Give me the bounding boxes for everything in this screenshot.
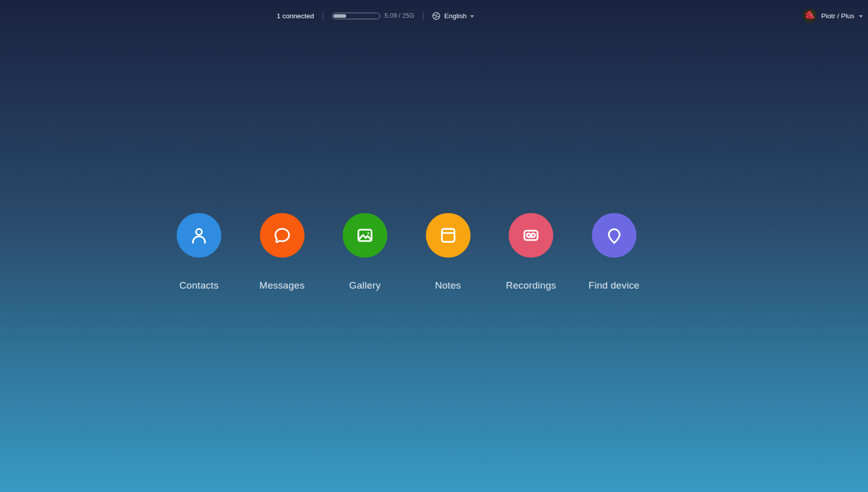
language-selector[interactable]: English [432,12,474,20]
connected-status: 1 connected [277,12,314,20]
storage-progress-bar[interactable] [332,13,380,19]
globe-icon [432,12,441,20]
find-device-icon [592,213,637,258]
recordings-icon [509,213,553,258]
app-label: Messages [259,280,305,291]
app-grid: Contacts Messages Gallery [177,213,637,291]
top-bar: 1 connected 5.09 / 25G English [0,0,868,31]
cloud-home-page: 1 connected 5.09 / 25G English [0,0,868,492]
app-messages[interactable]: Messages [260,213,305,291]
status-group: 1 connected 5.09 / 25G English [277,0,474,31]
storage-usage-text: 5.09 / 25G [385,12,414,19]
app-contacts[interactable]: Contacts [177,213,221,291]
app-label: Find device [588,280,639,291]
notes-icon [426,213,471,258]
app-find-device[interactable]: Find device [592,213,637,291]
divider [423,12,423,20]
user-name: Piotr / Plus [821,12,854,20]
app-gallery[interactable]: Gallery [343,213,387,291]
app-label: Gallery [349,280,381,291]
app-notes[interactable]: Notes [426,213,471,291]
gallery-icon [343,213,387,258]
app-label: Recordings [506,280,556,291]
avatar [803,9,817,23]
messages-icon [260,213,305,258]
app-label: Notes [435,280,461,291]
contacts-icon [177,213,221,258]
chevron-down-icon [470,15,474,18]
chevron-down-icon [859,15,863,18]
language-label: English [444,12,466,20]
account-menu[interactable]: Piotr / Plus [803,0,863,31]
storage-progress-fill [333,14,346,18]
app-label: Contacts [179,280,218,291]
divider [323,12,323,20]
app-recordings[interactable]: Recordings [509,213,553,291]
